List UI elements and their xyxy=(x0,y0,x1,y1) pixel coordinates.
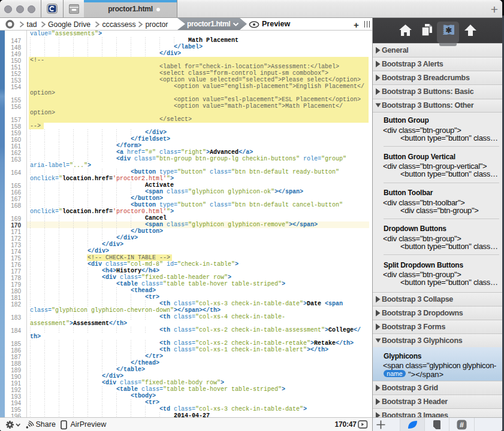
svg-text:#: # xyxy=(460,421,464,429)
svg-text:✱: ✱ xyxy=(446,26,452,35)
